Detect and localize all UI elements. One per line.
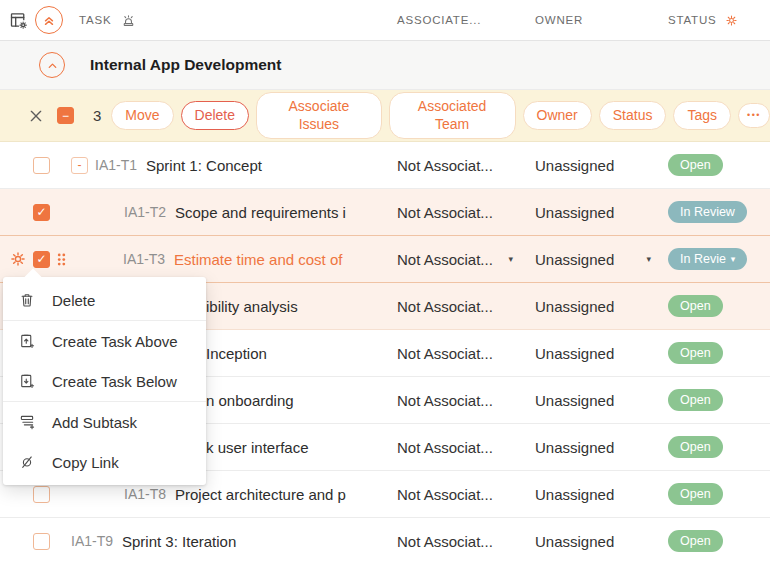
- clipboard-arrow-down-icon: [17, 372, 37, 390]
- owner-value: Unassigned: [535, 345, 614, 362]
- associated-value: Not Associat...: [397, 204, 493, 221]
- close-icon[interactable]: [28, 108, 44, 124]
- menu-item-delete[interactable]: Delete: [3, 280, 206, 320]
- owner-cell[interactable]: Unassigned: [535, 486, 668, 503]
- associated-team-button[interactable]: Associated Team: [389, 92, 516, 139]
- caret-down-icon[interactable]: ▾: [646, 255, 651, 264]
- tasklist-section-header[interactable]: Internal App Development: [0, 41, 770, 90]
- task-title-fragment[interactable]: ibility analysis: [206, 298, 298, 315]
- menu-item-add-subtask[interactable]: Add Subtask: [3, 402, 206, 442]
- selected-count: 3: [93, 107, 101, 124]
- double-chevron-up-icon: [42, 13, 56, 27]
- status-cell: Open: [668, 530, 770, 552]
- gear-icon[interactable]: [724, 13, 739, 28]
- task-title[interactable]: Sprint 3: Iteration: [122, 533, 236, 550]
- status-badge[interactable]: Open: [668, 483, 723, 505]
- menu-item-copy-link[interactable]: Copy Link: [3, 442, 206, 482]
- owner-cell[interactable]: Unassigned: [535, 439, 668, 456]
- status-badge[interactable]: Open: [668, 295, 723, 317]
- menu-item-label: Create Task Below: [52, 373, 177, 390]
- section-title: Internal App Development: [90, 56, 281, 74]
- task-title[interactable]: Scope and requirements i: [175, 204, 346, 221]
- collapse-section-button[interactable]: [39, 52, 65, 78]
- row-checkbox[interactable]: [33, 486, 50, 503]
- owner-cell[interactable]: Unassigned: [535, 533, 668, 550]
- row-checkbox[interactable]: [33, 533, 50, 550]
- column-header-associated[interactable]: ASSOCIATE...: [397, 14, 481, 26]
- status-badge[interactable]: Open: [668, 436, 723, 458]
- status-badge[interactable]: Open: [668, 530, 723, 552]
- trash-icon: [17, 291, 37, 309]
- associated-value: Not Associat...: [397, 298, 493, 315]
- task-cell: IA1-T9Sprint 3: Iteration: [0, 518, 394, 563]
- task-title[interactable]: Estimate time and cost of: [174, 251, 342, 268]
- move-button[interactable]: Move: [111, 101, 173, 131]
- status-badge[interactable]: Open: [668, 342, 723, 364]
- drag-handle-icon[interactable]: [56, 252, 67, 267]
- associate-issues-button[interactable]: Associate Issues: [256, 92, 382, 139]
- status-button[interactable]: Status: [599, 101, 667, 131]
- associated-cell[interactable]: Not Associat...▾: [394, 251, 535, 268]
- owner-cell[interactable]: Unassigned▾: [535, 251, 668, 268]
- associated-cell[interactable]: Not Associat...: [394, 392, 535, 409]
- row-checkbox[interactable]: [33, 157, 50, 174]
- status-badge[interactable]: In Revie▾: [668, 248, 747, 270]
- task-id: IA1-T3: [123, 251, 165, 267]
- task-id: IA1-T8: [124, 486, 166, 502]
- row-checkbox[interactable]: ✓: [33, 251, 50, 268]
- status-badge[interactable]: Open: [668, 389, 723, 411]
- task-title[interactable]: Project architecture and p: [175, 486, 346, 503]
- associated-cell[interactable]: Not Associat...: [394, 157, 535, 174]
- owner-cell[interactable]: Unassigned: [535, 204, 668, 221]
- task-title-fragment[interactable]: k user interface: [206, 439, 309, 456]
- siren-icon[interactable]: [120, 12, 137, 29]
- status-cell: Open: [668, 295, 770, 317]
- collapse-subtasks-toggle[interactable]: -: [71, 157, 88, 174]
- column-header-owner[interactable]: OWNER: [535, 14, 583, 26]
- status-badge[interactable]: Open: [668, 154, 723, 176]
- owner-cell[interactable]: Unassigned: [535, 345, 668, 362]
- task-row[interactable]: -IA1-T1Sprint 1: ConceptNot Associat...U…: [0, 142, 770, 189]
- task-title-fragment[interactable]: Inception: [206, 345, 267, 362]
- status-badge[interactable]: In Review: [668, 201, 747, 223]
- owner-cell[interactable]: Unassigned: [535, 157, 668, 174]
- table-settings-icon[interactable]: [8, 10, 29, 31]
- status-cell: In Revie▾: [668, 248, 770, 270]
- associated-cell[interactable]: Not Associat...: [394, 533, 535, 550]
- task-cell: ✓IA1-T3Estimate time and cost of: [0, 236, 394, 282]
- menu-item-create-task-below[interactable]: Create Task Below: [3, 361, 206, 401]
- column-header-status[interactable]: STATUS: [668, 14, 716, 26]
- associated-value: Not Associat...: [397, 345, 493, 362]
- row-checkbox[interactable]: ✓: [33, 204, 50, 221]
- task-row[interactable]: IA1-T9Sprint 3: IterationNot Associat...…: [0, 518, 770, 563]
- column-header-task[interactable]: TASK: [79, 14, 111, 26]
- select-all-checkbox[interactable]: −: [57, 107, 74, 124]
- caret-down-icon[interactable]: ▾: [731, 255, 736, 264]
- menu-item-create-task-above[interactable]: Create Task Above: [3, 321, 206, 361]
- associated-cell[interactable]: Not Associat...: [394, 298, 535, 315]
- associated-value: Not Associat...: [397, 486, 493, 503]
- associated-cell[interactable]: Not Associat...: [394, 204, 535, 221]
- task-row[interactable]: ✓IA1-T3Estimate time and cost ofNot Asso…: [0, 236, 770, 283]
- task-cell: ✓IA1-T2Scope and requirements i: [0, 189, 394, 235]
- delete-button[interactable]: Delete: [181, 101, 249, 131]
- table-header: TASK ASSOCIATE... OWNER STATUS: [0, 0, 770, 41]
- task-row[interactable]: ✓IA1-T2Scope and requirements iNot Assoc…: [0, 189, 770, 236]
- owner-button[interactable]: Owner: [523, 101, 592, 131]
- owner-cell[interactable]: Unassigned: [535, 298, 668, 315]
- menu-item-label: Delete: [52, 292, 95, 309]
- associated-cell[interactable]: Not Associat...: [394, 439, 535, 456]
- tags-button[interactable]: Tags: [673, 101, 731, 131]
- menu-item-label: Add Subtask: [52, 414, 137, 431]
- status-cell: In Review: [668, 201, 770, 223]
- associated-cell[interactable]: Not Associat...: [394, 345, 535, 362]
- caret-down-icon[interactable]: ▾: [508, 255, 513, 264]
- gear-icon[interactable]: [8, 249, 28, 269]
- menu-item-label: Create Task Above: [52, 333, 178, 350]
- collapse-all-button[interactable]: [35, 6, 63, 34]
- associated-cell[interactable]: Not Associat...: [394, 486, 535, 503]
- owner-cell[interactable]: Unassigned: [535, 392, 668, 409]
- more-actions-button[interactable]: •••: [738, 103, 770, 128]
- task-title[interactable]: Sprint 1: Concept: [146, 157, 262, 174]
- task-title-fragment[interactable]: n onboarding: [206, 392, 294, 409]
